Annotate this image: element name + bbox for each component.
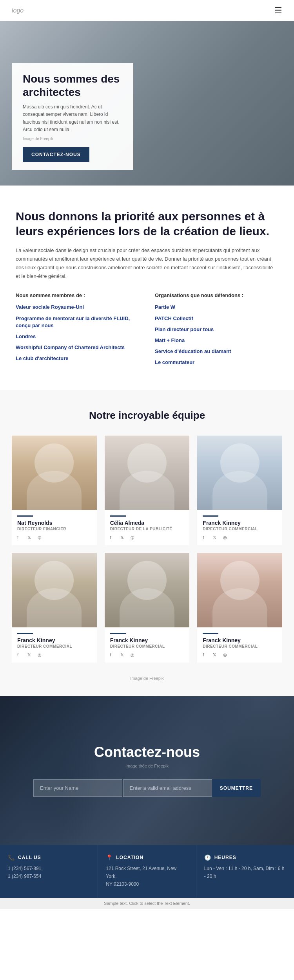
team-photo bbox=[197, 553, 282, 627]
team-member-role: DIRECTEUR COMMERCIAL bbox=[203, 644, 277, 649]
hero-overlay: Nous sommes des architectes Massa ultric… bbox=[12, 63, 133, 170]
team-section: Notre incroyable équipe Nat Reynolds DIR… bbox=[0, 390, 294, 696]
team-member-role: DIRECTEUR DE LA PUBLICITÉ bbox=[110, 527, 184, 531]
clock-icon: 🕐 bbox=[204, 854, 211, 861]
submit-button[interactable]: SOUMETTRE bbox=[212, 779, 261, 797]
members-heading: Nous sommes membres de : bbox=[16, 292, 139, 298]
list-item: Partie W bbox=[155, 304, 278, 311]
footer-hours-label: HEURES bbox=[214, 855, 236, 860]
card-accent bbox=[203, 515, 218, 517]
hero-description: Massa ultrices mi quis hendrerit. Ac ut … bbox=[23, 103, 122, 133]
team-member-name: Franck Kinney bbox=[110, 637, 184, 643]
priority-columns: Nous sommes membres de : Valeur sociale … bbox=[16, 292, 278, 370]
facebook-icon[interactable]: f bbox=[203, 535, 209, 541]
instagram-icon[interactable]: ◎ bbox=[223, 535, 229, 541]
orgs-list: Partie W PATCH Collectif Plan directeur … bbox=[155, 304, 278, 366]
team-card: Franck Kinney DIRECTEUR COMMERCIAL f 𝕏 ◎ bbox=[197, 436, 282, 545]
list-item: Service d'éducation au diamant bbox=[155, 348, 278, 355]
contact-name-input[interactable] bbox=[33, 779, 122, 797]
footer-call-title: 📞 CALL US bbox=[8, 854, 90, 861]
facebook-icon[interactable]: f bbox=[203, 652, 209, 659]
list-item: PATCH Collectif bbox=[155, 315, 278, 322]
hero-section: Nous sommes des architectes Massa ultric… bbox=[0, 21, 294, 186]
list-item: Programme de mentorat sur la diversité F… bbox=[16, 315, 139, 329]
instagram-icon[interactable]: ◎ bbox=[38, 535, 44, 541]
team-socials: f 𝕏 ◎ bbox=[203, 652, 277, 659]
team-photo bbox=[12, 436, 97, 510]
team-card-info: Nat Reynolds DIRECTEUR FINANCIER f 𝕏 ◎ bbox=[12, 510, 97, 545]
twitter-icon[interactable]: 𝕏 bbox=[27, 652, 34, 659]
contact-cta-button[interactable]: CONTACTEZ-NOUS bbox=[23, 147, 89, 162]
team-socials: f 𝕏 ◎ bbox=[203, 535, 277, 541]
site-header: logo ☰ bbox=[0, 0, 294, 21]
person-body bbox=[27, 588, 82, 627]
team-photo bbox=[12, 553, 97, 627]
card-accent bbox=[17, 515, 33, 517]
team-card: Franck Kinney DIRECTEUR COMMERCIAL f 𝕏 ◎ bbox=[197, 553, 282, 663]
footer-location-label: LOCATION bbox=[116, 855, 143, 860]
team-card-info: Célia Almeda DIRECTEUR DE LA PUBLICITÉ f… bbox=[105, 510, 190, 545]
instagram-icon[interactable]: ◎ bbox=[131, 535, 137, 541]
team-socials: f 𝕏 ◎ bbox=[110, 535, 184, 541]
list-item: Le commutateur bbox=[155, 359, 278, 366]
person-body bbox=[212, 588, 267, 627]
priority-section: Nous donnons la priorité aux personnes e… bbox=[0, 186, 294, 390]
team-card-info: Franck Kinney DIRECTEUR COMMERCIAL f 𝕏 ◎ bbox=[105, 627, 190, 663]
sample-text-bar[interactable]: Sample text. Click to select the Text El… bbox=[0, 898, 294, 909]
team-member-name: Franck Kinney bbox=[203, 637, 277, 643]
logo: logo bbox=[12, 7, 24, 14]
list-item: Le club d'architecture bbox=[16, 355, 139, 362]
team-member-role: DIRECTEUR COMMERCIAL bbox=[203, 527, 277, 531]
person-body bbox=[120, 588, 174, 627]
team-card: Nat Reynolds DIRECTEUR FINANCIER f 𝕏 ◎ bbox=[12, 436, 97, 545]
footer-hours-column: 🕐 HEURES Lun - Ven : 11 h - 20 h, Sam, D… bbox=[196, 845, 294, 898]
hero-title: Nous sommes des architectes bbox=[23, 72, 122, 99]
team-member-name: Célia Almeda bbox=[110, 520, 184, 526]
team-card-info: Franck Kinney DIRECTEUR COMMERCIAL f 𝕏 ◎ bbox=[197, 627, 282, 663]
twitter-icon[interactable]: 𝕏 bbox=[213, 652, 219, 659]
list-item: Plan directeur pour tous bbox=[155, 326, 278, 333]
facebook-icon[interactable]: f bbox=[110, 652, 116, 659]
team-socials: f 𝕏 ◎ bbox=[17, 652, 91, 659]
instagram-icon[interactable]: ◎ bbox=[223, 652, 229, 659]
facebook-icon[interactable]: f bbox=[17, 535, 24, 541]
instagram-icon[interactable]: ◎ bbox=[38, 652, 44, 659]
footer-location-column: 📍 LOCATION 121 Rock Street, 21 Avenue, N… bbox=[98, 845, 196, 898]
members-list: Valeur sociale Royaume-Uni Programme de … bbox=[16, 304, 139, 362]
contact-email-input[interactable] bbox=[123, 779, 212, 797]
instagram-icon[interactable]: ◎ bbox=[131, 652, 137, 659]
team-title: Notre incroyable équipe bbox=[12, 409, 282, 422]
card-accent bbox=[17, 633, 33, 634]
footer-location-title: 📍 LOCATION bbox=[106, 854, 188, 861]
priority-title: Nous donnons la priorité aux personnes e… bbox=[16, 209, 270, 238]
card-accent bbox=[203, 633, 218, 634]
list-item: Londres bbox=[16, 333, 139, 340]
orgs-heading: Organisations que nous défendons : bbox=[155, 292, 278, 298]
facebook-icon[interactable]: f bbox=[17, 652, 24, 659]
team-member-name: Franck Kinney bbox=[17, 637, 91, 643]
team-card: Célia Almeda DIRECTEUR DE LA PUBLICITÉ f… bbox=[105, 436, 190, 545]
footer-call-label: CALL US bbox=[18, 855, 41, 860]
twitter-icon[interactable]: 𝕏 bbox=[213, 535, 219, 541]
contact-section: Contactez-nous Image tirée de Freepik SO… bbox=[0, 696, 294, 845]
twitter-icon[interactable]: 𝕏 bbox=[120, 652, 127, 659]
footer-call-column: 📞 CALL US 1 (234) 567-891, 1 (234) 987-6… bbox=[0, 845, 98, 898]
contact-image-credit: Image tirée de Freepik bbox=[125, 764, 169, 768]
contact-form: SOUMETTRE bbox=[33, 779, 261, 797]
orgs-column: Organisations que nous défendons : Parti… bbox=[155, 292, 278, 370]
footer-location-text: 121 Rock Street, 21 Avenue, New York, NY… bbox=[106, 865, 188, 888]
footer-call-text: 1 (234) 567-891, 1 (234) 987-654 bbox=[8, 865, 90, 881]
team-card-info: Franck Kinney DIRECTEUR COMMERCIAL f 𝕏 ◎ bbox=[197, 510, 282, 545]
team-image-credit: Image de Freepik bbox=[12, 670, 282, 688]
site-footer: 📞 CALL US 1 (234) 567-891, 1 (234) 987-6… bbox=[0, 845, 294, 898]
team-member-name: Franck Kinney bbox=[203, 520, 277, 526]
facebook-icon[interactable]: f bbox=[110, 535, 116, 541]
list-item: Worshipful Company of Chartered Architec… bbox=[16, 344, 139, 351]
twitter-icon[interactable]: 𝕏 bbox=[27, 535, 34, 541]
location-icon: 📍 bbox=[106, 854, 113, 861]
hamburger-menu-icon[interactable]: ☰ bbox=[274, 5, 282, 16]
team-socials: f 𝕏 ◎ bbox=[110, 652, 184, 659]
list-item: Valeur sociale Royaume-Uni bbox=[16, 304, 139, 311]
twitter-icon[interactable]: 𝕏 bbox=[120, 535, 127, 541]
team-member-role: DIRECTEUR FINANCIER bbox=[17, 527, 91, 531]
